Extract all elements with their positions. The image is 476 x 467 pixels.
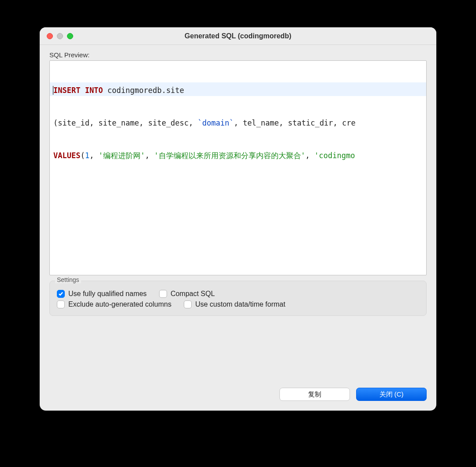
- checkbox-icon: [57, 290, 65, 298]
- dialog-window: Generated SQL (codingmoredb) SQL Preview…: [40, 27, 436, 411]
- checkbox-use-fully-qualified[interactable]: Use fully qualified names: [57, 290, 147, 298]
- checkbox-compact-sql[interactable]: Compact SQL: [159, 290, 215, 298]
- maximize-icon[interactable]: [67, 33, 73, 39]
- sql-preview-label: SQL Preview:: [49, 51, 427, 59]
- close-icon[interactable]: [47, 33, 53, 39]
- dialog-buttons: 复制 关闭 (C): [49, 376, 427, 411]
- checkbox-exclude-auto-generated[interactable]: Exclude auto-generated columns: [57, 300, 171, 308]
- sql-backtick-ident: `domain`: [198, 119, 234, 127]
- checkbox-label: Compact SQL: [171, 290, 215, 298]
- checkbox-icon: [57, 300, 65, 308]
- sql-keyword: VALUES: [53, 151, 80, 160]
- window-title: Generated SQL (codingmoredb): [40, 32, 436, 40]
- checkbox-label: Exclude auto-generated columns: [68, 300, 171, 308]
- titlebar: Generated SQL (codingmoredb): [40, 27, 436, 45]
- traffic-lights: [47, 33, 73, 39]
- settings-group: Settings Use fully qualified names Compa…: [49, 281, 427, 316]
- sql-preview-text[interactable]: INSERT INTO codingmoredb.site (site_id, …: [49, 60, 427, 275]
- settings-title: Settings: [55, 276, 81, 283]
- checkbox-label: Use custom data/time format: [195, 300, 286, 308]
- settings-row: Use fully qualified names Compact SQL: [57, 290, 419, 298]
- sql-columns: , tel_name, static_dir, cre: [234, 119, 355, 127]
- copy-button[interactable]: 复制: [279, 388, 350, 401]
- sql-number: 1: [85, 151, 89, 160]
- button-label: 复制: [308, 390, 321, 399]
- sql-paren: (: [80, 151, 85, 160]
- sql-string: '自学编程以来所用资源和分享内容的大聚合': [154, 151, 305, 160]
- sql-ident: codingmoredb.site: [103, 86, 184, 95]
- checkbox-use-custom-datetime[interactable]: Use custom data/time format: [184, 300, 286, 308]
- button-label: 关闭 (C): [379, 390, 404, 399]
- sql-comma: ,: [305, 151, 314, 160]
- sql-columns: site_id, site_name, site_desc,: [58, 119, 197, 127]
- checkbox-label: Use fully qualified names: [68, 290, 147, 298]
- settings-row: Exclude auto-generated columns Use custo…: [57, 300, 419, 308]
- minimize-icon[interactable]: [57, 33, 63, 39]
- sql-comma: ,: [145, 151, 154, 160]
- sql-string: 'codingmo: [314, 151, 355, 160]
- sql-string: '编程进阶网': [98, 151, 145, 160]
- checkbox-icon: [184, 300, 192, 308]
- dialog-body: SQL Preview: INSERT INTO codingmoredb.si…: [40, 45, 436, 411]
- sql-comma: ,: [89, 151, 98, 160]
- sql-paren: (: [53, 119, 58, 127]
- sql-keyword: INSERT INTO: [53, 86, 103, 95]
- close-button[interactable]: 关闭 (C): [356, 388, 427, 401]
- checkbox-icon: [159, 290, 167, 298]
